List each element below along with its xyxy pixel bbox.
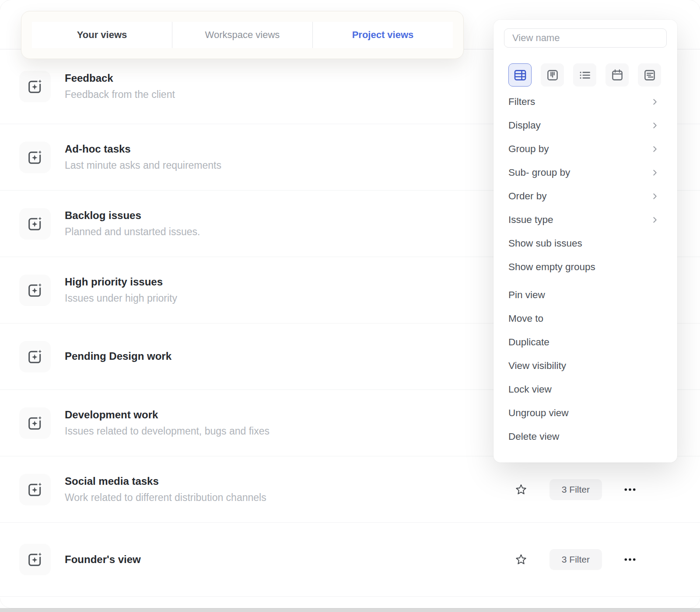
app-window: Your views Workspace views Project views… [0,0,700,608]
menu-item-label: Sub- group by [508,167,570,178]
favorite-star-icon[interactable] [514,553,528,566]
menu-item-label: Issue type [508,214,553,226]
view-item-text: Backlog issues Planned and unstarted iss… [65,209,200,238]
menu-item-display[interactable]: Display [504,114,667,137]
view-item-text: Feedback Feedback from the client [65,72,175,101]
menu-item-label: View visibility [508,360,566,372]
view-sparkle-icon [19,71,51,102]
app-screenshot: Your views Workspace views Project views… [0,0,700,612]
board-view-button[interactable] [541,63,564,87]
views-tab-bar: Your views Workspace views Project views [32,22,453,48]
chevron-right-icon [650,121,660,130]
menu-item-label: Show sub issues [508,238,582,249]
calendar-view-button[interactable] [606,63,629,87]
favorite-star-icon[interactable] [514,483,528,496]
menu-item-list: Filters Display Group by Sub- group by O… [504,90,667,449]
view-item-text: Development work Issues related to devel… [65,409,270,437]
menu-item-label: Filters [508,96,535,108]
view-subtitle: Issues under high priority [65,292,177,305]
menu-item-label: Display [508,120,541,131]
tab-your-views[interactable]: Your views [32,22,172,48]
timeline-view-button[interactable] [638,63,661,87]
menu-item-view-visibility[interactable]: View visibility [504,354,667,378]
more-options-button[interactable] [624,484,636,495]
table-view-button[interactable] [508,63,532,87]
view-sparkle-icon [19,474,51,505]
menu-item-label: Group by [508,143,549,155]
menu-item-duplicate[interactable]: Duplicate [504,330,667,354]
view-item-text: High priority issues Issues under high p… [65,276,177,304]
view-title: Feedback [65,72,175,85]
view-sparkle-icon [19,275,51,306]
view-item-text: Ad-hoc tasks Last minute asks and requir… [65,143,221,171]
menu-item-label: Pin view [508,289,545,301]
row-controls: 3 Filter [514,549,636,570]
view-title: Pending Design work [65,350,172,363]
filter-count-button[interactable]: 3 Filter [550,479,602,500]
menu-item-label: Order by [508,191,547,202]
more-options-button[interactable] [624,554,636,565]
view-item-text: Founder's view [65,553,141,566]
menu-item-pin-view[interactable]: Pin view [504,283,667,307]
view-subtitle: Last minute asks and requirements [65,160,221,172]
background-strip [0,608,700,612]
view-title: High priority issues [65,276,177,289]
menu-item-lock-view[interactable]: Lock view [504,378,667,401]
view-title: Ad-hoc tasks [65,143,221,156]
view-list-item-social-media-tasks[interactable]: Social media tasks Work related to diffe… [0,456,700,523]
view-sparkle-icon [19,208,51,240]
chevron-right-icon [650,215,660,225]
view-title: Social media tasks [65,475,266,488]
view-type-selector [508,63,667,87]
menu-item-label: Ungroup view [508,407,569,419]
view-subtitle: Feedback from the client [65,89,175,101]
tab-project-views[interactable]: Project views [312,22,453,48]
chevron-right-icon [650,191,660,201]
view-title: Backlog issues [65,209,200,222]
row-controls: 3 Filter [514,479,636,500]
filter-count-button[interactable]: 3 Filter [550,549,602,570]
view-sparkle-icon [19,544,51,575]
tab-workspace-views[interactable]: Workspace views [172,22,312,48]
menu-item-label: Move to [508,313,543,324]
menu-section-gap [504,279,667,283]
view-subtitle: Work related to different distribution c… [65,492,266,504]
menu-item-group-by[interactable]: Group by [504,137,667,161]
menu-item-ungroup-view[interactable]: Ungroup view [504,401,667,425]
menu-item-sub-group-by[interactable]: Sub- group by [504,161,667,184]
view-list-item-founders-view[interactable]: Founder's view 3 Filter [0,523,700,597]
chevron-right-icon [650,97,660,107]
chevron-right-icon [650,168,660,177]
view-sparkle-icon [19,341,51,372]
menu-item-order-by[interactable]: Order by [504,184,667,208]
menu-item-label: Lock view [508,384,552,395]
view-name-input[interactable] [504,28,667,48]
view-sparkle-icon [19,407,51,439]
view-title: Founder's view [65,553,141,566]
list-view-button[interactable] [573,63,596,87]
menu-item-move-to[interactable]: Move to [504,307,667,330]
menu-item-label: Duplicate [508,337,550,348]
view-title: Development work [65,409,270,421]
view-item-text: Pending Design work [65,350,172,363]
view-subtitle: Planned and unstarted issues. [65,226,200,238]
chevron-right-icon [650,144,660,154]
menu-item-show-sub-issues[interactable]: Show sub issues [504,232,667,255]
menu-item-filters[interactable]: Filters [504,90,667,114]
views-tab-card: Your views Workspace views Project views [21,11,464,59]
view-options-menu: Filters Display Group by Sub- group by O… [494,20,677,462]
view-item-text: Social media tasks Work related to diffe… [65,475,266,504]
menu-item-issue-type[interactable]: Issue type [504,208,667,232]
view-subtitle: Issues related to development, bugs and … [65,425,270,438]
menu-item-label: Delete view [508,431,559,442]
view-sparkle-icon [19,142,51,173]
menu-item-show-empty-groups[interactable]: Show empty groups [504,255,667,279]
menu-item-label: Show empty groups [508,261,595,273]
menu-item-delete-view[interactable]: Delete view [504,425,667,449]
